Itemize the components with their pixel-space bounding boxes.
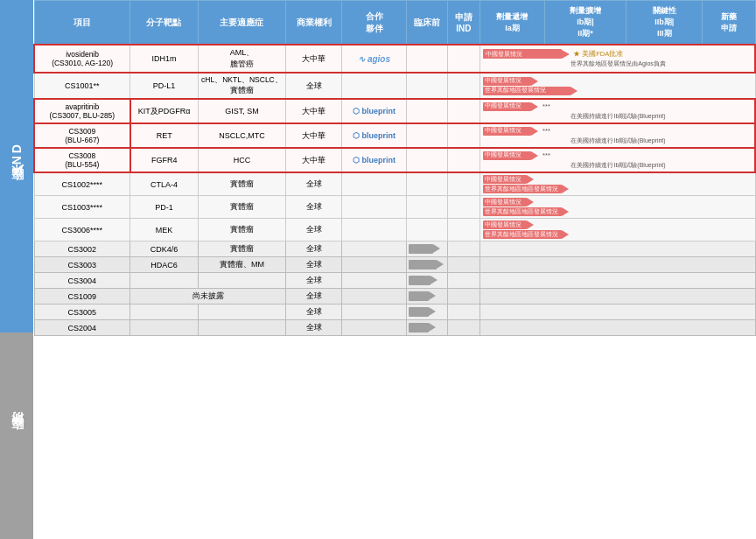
rights-cell: 大中華 xyxy=(286,45,342,73)
table-row: CS1009 尚未披露 全球 xyxy=(34,289,755,304)
target-cell: CDK4/6 xyxy=(130,242,199,257)
preclinical-cell xyxy=(406,196,447,219)
pipeline-cell xyxy=(480,257,755,273)
indication-cell: 實體瘤 xyxy=(198,172,285,196)
preclinical-cell xyxy=(406,148,447,172)
indication-cell: HCC xyxy=(198,148,285,172)
preclinical-section-label: 臨床前 xyxy=(0,332,33,539)
table-row: CS3009(BLU-667) RET NSCLC,MTC 大中華 ⬡ blue… xyxy=(34,123,755,148)
rights-cell: 全球 xyxy=(286,172,342,196)
table-row: CS3006**** MEK 實體瘤 全球 中國發展情況 xyxy=(34,219,755,242)
indication-cell: GIST, SM xyxy=(198,99,285,123)
project-cell: CS3002 xyxy=(34,242,130,257)
ind-cell xyxy=(447,242,480,257)
project-cell: ivosidenib(CS3010, AG-120) xyxy=(34,45,130,73)
table-row: CS2004 全球 xyxy=(34,320,755,336)
preclinical-cell xyxy=(406,289,447,304)
pipeline-cell xyxy=(480,304,755,320)
table-row: avapritinib(CS3007, BLU-285) KIT及PDGFRα … xyxy=(34,99,755,123)
ind-cell xyxy=(447,73,480,99)
target-cell: PD-L1 xyxy=(130,73,199,99)
rights-cell: 全球 xyxy=(286,320,342,336)
pipeline-cell xyxy=(480,289,755,304)
ind-cell xyxy=(447,289,480,304)
partner-cell xyxy=(342,73,407,99)
indication-cell: 實體瘤 xyxy=(198,219,285,242)
pipeline-cell: 中國發展情況 ★ 美國FDA批准 世界其餘地區發展情況由Agios負責 xyxy=(480,45,755,73)
indication-cell: AML、膽管癌 xyxy=(198,45,285,73)
partner-cell xyxy=(342,273,407,289)
partner-cell: ⬡ blueprint xyxy=(342,99,407,123)
partner-cell xyxy=(342,289,407,304)
target-cell: HDAC6 xyxy=(130,257,199,273)
pipeline-cell: 中國發展情況 *** 在美國持續進行Ib期試驗(Blueprint) xyxy=(480,123,755,148)
col-header-rights: 商業權利 xyxy=(286,1,342,46)
project-cell: CS2004 xyxy=(34,320,130,336)
preclinical-cell xyxy=(406,242,447,257)
indication-cell: NSCLC,MTC xyxy=(198,123,285,148)
project-cell: avapritinib(CS3007, BLU-285) xyxy=(34,99,130,123)
col-header-iib: 關鍵性IIb期|III期 xyxy=(626,1,703,46)
partner-cell xyxy=(342,257,407,273)
header-row: 項目 分子靶點 主要適應症 商業權利 合作夥伴 臨床前 申請IND 劑量遞增Ia… xyxy=(34,1,755,46)
table-row: CS3004 全球 xyxy=(34,273,755,289)
pipeline-cell: 中國發展情況 世界其餘地區發展情況 xyxy=(480,73,755,99)
target-cell: KIT及PDGFRα xyxy=(130,99,199,123)
preclinical-cell xyxy=(406,73,447,99)
rights-cell: 全球 xyxy=(286,304,342,320)
target-cell xyxy=(130,273,199,289)
preclinical-cell xyxy=(406,219,447,242)
project-cell: CS3009(BLU-667) xyxy=(34,123,130,148)
target-cell: CTLA-4 xyxy=(130,172,199,196)
project-cell: CS3005 xyxy=(34,304,130,320)
rights-cell: 全球 xyxy=(286,257,342,273)
rights-cell: 大中華 xyxy=(286,148,342,172)
target-cell: PD-1 xyxy=(130,196,199,219)
preclinical-cell xyxy=(406,45,447,73)
partner-cell: ⬡ blueprint xyxy=(342,148,407,172)
project-cell: CS3008(BLU-554) xyxy=(34,148,130,172)
col-header-partner: 合作夥伴 xyxy=(342,1,407,46)
clinical-section-label: 臨床／IND xyxy=(0,0,33,332)
target-cell: RET xyxy=(130,123,199,148)
col-header-ib: 劑量擴增Ib期|II期* xyxy=(544,1,626,46)
col-header-nda: 新藥申請 xyxy=(703,1,755,46)
project-cell: CS3006**** xyxy=(34,219,130,242)
table-row: CS3008(BLU-554) FGFR4 HCC 大中華 ⬡ blueprin… xyxy=(34,148,755,172)
rights-cell: 全球 xyxy=(286,273,342,289)
table-row: CS3005 全球 xyxy=(34,304,755,320)
project-cell: CS1009 xyxy=(34,289,130,304)
ind-cell xyxy=(447,99,480,123)
ind-cell xyxy=(447,123,480,148)
ind-cell xyxy=(447,172,480,196)
pipeline-cell: 中國發展情況 *** 在美國持續進行Ib期試驗(Blueprint) xyxy=(480,148,755,172)
indication-cell xyxy=(198,320,285,336)
ind-cell xyxy=(447,196,480,219)
preclinical-cell xyxy=(406,123,447,148)
ind-cell xyxy=(447,219,480,242)
project-cell: CS3004 xyxy=(34,273,130,289)
indication-cell: 實體瘤 xyxy=(198,242,285,257)
project-cell: CS1003**** xyxy=(34,196,130,219)
preclinical-cell xyxy=(406,172,447,196)
indication-cell: 實體瘤 xyxy=(198,196,285,219)
partner-cell: ⬡ blueprint xyxy=(342,123,407,148)
table-row: CS1001** PD-L1 cHL、NKTL、NSCLC、實體瘤 全球 中國發… xyxy=(34,73,755,99)
table-row: CS1003**** PD-1 實體瘤 全球 中國發展情況 xyxy=(34,196,755,219)
pipeline-cell xyxy=(480,242,755,257)
indication-cell xyxy=(198,273,285,289)
preclinical-cell xyxy=(406,273,447,289)
ind-cell xyxy=(447,304,480,320)
pipeline-cell: 中國發展情況 世界其餘地區地區發展情況 xyxy=(480,172,755,196)
project-cell: CS3003 xyxy=(34,257,130,273)
partner-cell xyxy=(342,196,407,219)
rights-cell: 全球 xyxy=(286,242,342,257)
partner-cell xyxy=(342,242,407,257)
rights-cell: 大中華 xyxy=(286,123,342,148)
col-header-indication: 主要適應症 xyxy=(198,1,285,46)
pipeline-cell xyxy=(480,273,755,289)
indication-cell: 實體瘤、MM xyxy=(198,257,285,273)
pipeline-cell xyxy=(480,320,755,336)
rights-cell: 全球 xyxy=(286,196,342,219)
ind-cell xyxy=(447,257,480,273)
